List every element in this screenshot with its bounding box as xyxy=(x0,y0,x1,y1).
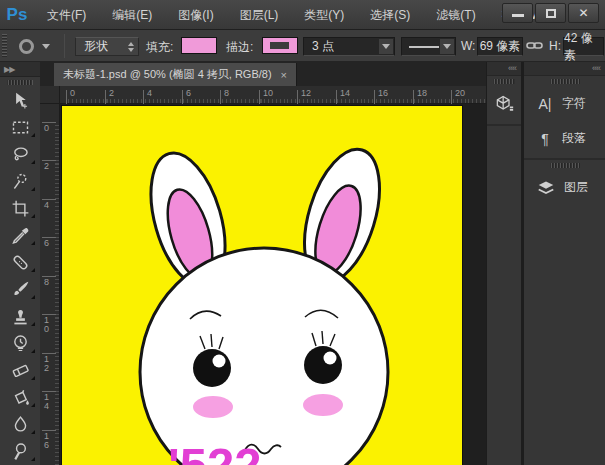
ruler-tick-label: 6 xyxy=(44,239,52,248)
spot-healing-brush-tool[interactable] xyxy=(0,249,40,276)
eraser-tool[interactable] xyxy=(0,357,40,384)
collapse-panel-icon[interactable]: «« xyxy=(487,62,521,76)
options-separator xyxy=(64,34,65,58)
rabbit-eye-right xyxy=(304,346,342,384)
stroke-style-preview xyxy=(409,46,439,48)
rabbit-blush-left xyxy=(193,396,233,418)
rabbit-eye-highlight-left xyxy=(213,355,226,368)
ruler-tick-label: 4 xyxy=(44,201,52,210)
ruler-tick-label: 14 xyxy=(44,393,52,411)
ruler-tick-label: 16 xyxy=(44,432,52,450)
menu-bar: 文件(F) 编辑(E) 图像(I) 图层(L) 类型(Y) 选择(S) 滤镜(T… xyxy=(34,0,555,30)
tool-preset-picker[interactable] xyxy=(14,36,58,56)
panel-gripper[interactable] xyxy=(550,163,580,168)
menu-select[interactable]: 选择(S) xyxy=(357,0,423,30)
width-label: W: xyxy=(461,39,475,53)
paragraph-panel-button[interactable]: ¶ 段落 xyxy=(524,121,605,156)
dodge-tool[interactable] xyxy=(0,438,40,465)
collapse-panel-icon[interactable]: «« xyxy=(524,62,605,76)
layers-panel-button[interactable]: 图层 xyxy=(524,170,605,205)
rabbit-eye-highlight-right xyxy=(324,352,337,365)
ruler-tick-label: 8 xyxy=(222,88,227,98)
link-dimensions-icon[interactable] xyxy=(526,39,543,52)
ruler-tick-label: 6 xyxy=(184,88,189,98)
menu-edit[interactable]: 编辑(E) xyxy=(99,0,165,30)
panel-divider xyxy=(524,158,605,160)
canvas[interactable]: '522 xyxy=(62,106,462,465)
shape-height-value: 42 像素 xyxy=(564,30,603,64)
ruler-tick-label: 18 xyxy=(415,88,425,98)
layers-panel-icon xyxy=(537,180,555,196)
ruler-corner xyxy=(40,86,60,104)
character-panel-button[interactable]: A| 字符 xyxy=(524,86,605,121)
options-bar-gripper[interactable] xyxy=(2,33,7,58)
maximize-button[interactable] xyxy=(535,3,566,23)
menu-layer[interactable]: 图层(L) xyxy=(227,0,292,30)
menu-image[interactable]: 图像(I) xyxy=(165,0,226,30)
close-icon: ✕ xyxy=(569,6,598,20)
shape-height-field[interactable]: 42 像素 xyxy=(563,37,604,56)
stroke-label: 描边: xyxy=(226,39,253,56)
eyedropper-tool[interactable] xyxy=(0,222,40,249)
lasso-tool[interactable] xyxy=(0,141,40,168)
shape-width-value: 69 像素 xyxy=(480,38,521,55)
brush-tool[interactable] xyxy=(0,276,40,303)
canvas-text[interactable]: '522 xyxy=(168,438,261,465)
quick-selection-tool[interactable] xyxy=(0,168,40,195)
menu-type[interactable]: 类型(Y) xyxy=(291,0,357,30)
stroke-color-swatch[interactable] xyxy=(262,37,298,54)
clone-stamp-tool[interactable] xyxy=(0,303,40,330)
rabbit-artwork: '522 xyxy=(62,106,462,465)
document-tab[interactable]: 未标题-1.psd @ 50% (椭圆 4 拷贝, RGB/8) × xyxy=(54,63,297,86)
window-controls: ✕ xyxy=(502,3,599,23)
panel-gripper[interactable] xyxy=(550,79,580,84)
tools-panel-gripper[interactable] xyxy=(7,80,33,85)
close-button[interactable]: ✕ xyxy=(568,3,599,23)
paragraph-panel-label: 段落 xyxy=(562,130,586,147)
tools-panel: ▶▶ xyxy=(0,62,40,465)
ruler-tick-label: 4 xyxy=(145,88,150,98)
blur-tool[interactable] xyxy=(0,411,40,438)
move-tool[interactable] xyxy=(0,87,40,114)
tool-mode-value: 形状 xyxy=(84,38,108,55)
character-panel-icon: A| xyxy=(537,96,553,112)
ruler-tick-label: 20 xyxy=(453,88,463,98)
menu-filter[interactable]: 滤镜(T) xyxy=(423,0,488,30)
history-brush-tool[interactable] xyxy=(0,330,40,357)
tools-panel-expand-icon[interactable]: ▶▶ xyxy=(0,62,40,77)
stroke-style-select[interactable] xyxy=(401,37,456,56)
tool-options-bar: 形状 填充: 描边: 3 点 W: 69 像素 H: xyxy=(0,30,605,62)
ruler-tick-label: 2 xyxy=(44,162,52,171)
rectangular-marquee-tool[interactable] xyxy=(0,114,40,141)
minimize-icon xyxy=(512,14,524,17)
stroke-width-select[interactable]: 3 点 xyxy=(303,37,395,56)
ruler-tick-label: 12 xyxy=(44,355,52,373)
paragraph-panel-icon: ¶ xyxy=(537,131,553,147)
paint-bucket-tool[interactable] xyxy=(0,384,40,411)
chevron-down-icon xyxy=(42,44,50,49)
3d-panel-icon xyxy=(494,94,514,114)
fill-color-swatch[interactable] xyxy=(181,37,217,54)
crop-tool[interactable] xyxy=(0,195,40,222)
height-label: H: xyxy=(549,39,561,53)
tab-close-icon[interactable]: × xyxy=(281,69,287,81)
menu-file[interactable]: 文件(F) xyxy=(34,0,99,30)
minimize-button[interactable] xyxy=(502,3,533,23)
fill-label: 填充: xyxy=(146,39,173,56)
dropdown-arrow-icon xyxy=(379,39,393,54)
stroke-width-value: 3 点 xyxy=(312,38,334,55)
tool-mode-select[interactable]: 形状 xyxy=(75,37,139,56)
rabbit-blush-right xyxy=(303,394,343,416)
ruler-tick-label: 14 xyxy=(338,88,348,98)
horizontal-ruler[interactable]: 0 2 4 6 8 10 12 14 16 18 20 xyxy=(60,86,486,104)
panel-gripper[interactable] xyxy=(493,79,515,84)
shape-width-field[interactable]: 69 像素 xyxy=(477,37,523,56)
ruler-tick-label: 12 xyxy=(299,88,309,98)
ruler-tick-label: 10 xyxy=(44,316,52,334)
3d-panel-button[interactable] xyxy=(487,86,521,126)
spinner-arrows-icon xyxy=(128,42,134,52)
icon-panel-column: «« xyxy=(487,62,521,465)
vertical-ruler[interactable]: 0 2 4 6 8 10 12 14 16 xyxy=(40,104,60,465)
ruler-tick-label: 10 xyxy=(261,88,271,98)
ruler-tick-label: 16 xyxy=(376,88,386,98)
